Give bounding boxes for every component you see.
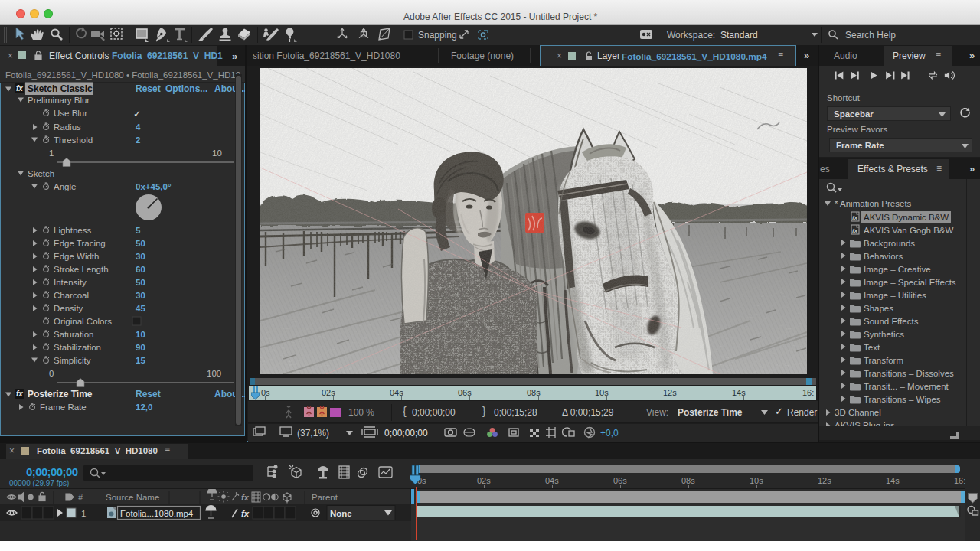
svg-text:10: 10 xyxy=(136,330,145,339)
svg-text:50: 50 xyxy=(136,278,145,287)
svg-text:Image – Special Effects: Image – Special Effects xyxy=(864,278,956,287)
svg-text:Simplicity: Simplicity xyxy=(54,356,91,365)
svg-text:45: 45 xyxy=(136,304,145,313)
svg-text:Sketch Classic: Sketch Classic xyxy=(28,83,93,94)
svg-text:5: 5 xyxy=(136,226,141,235)
svg-text:Transit... – Movement: Transit... – Movement xyxy=(864,382,949,391)
svg-text:Original Colors: Original Colors xyxy=(54,317,112,326)
svg-text:100: 100 xyxy=(207,369,221,378)
svg-text:Source Name: Source Name xyxy=(106,493,159,502)
svg-text:15: 15 xyxy=(136,356,145,365)
svg-text:fx: fx xyxy=(241,509,250,518)
svg-text:0: 0 xyxy=(49,369,54,378)
svg-text:4: 4 xyxy=(136,122,141,132)
svg-text:Behaviors: Behaviors xyxy=(864,252,903,261)
svg-text:Sketch: Sketch xyxy=(28,169,54,178)
svg-text:Threshold: Threshold xyxy=(54,135,93,145)
svg-text:Charcoal: Charcoal xyxy=(54,291,89,300)
svg-text:Snapping: Snapping xyxy=(418,30,457,41)
svg-text:Edge Width: Edge Width xyxy=(54,252,99,261)
svg-text:50: 50 xyxy=(136,239,145,248)
svg-text:Fotolia...1080.mp4: Fotolia...1080.mp4 xyxy=(120,509,194,518)
svg-text:Parent: Parent xyxy=(312,493,338,502)
svg-text:30: 30 xyxy=(136,291,145,300)
svg-text:AKVIS Van Gogh B&W: AKVIS Van Gogh B&W xyxy=(864,226,954,235)
svg-text:Transform: Transform xyxy=(864,356,903,365)
svg-text:Radius: Radius xyxy=(54,122,81,132)
svg-text:AKVIS Dynamic B&W: AKVIS Dynamic B&W xyxy=(864,213,949,222)
svg-text:Angle: Angle xyxy=(54,182,76,191)
svg-text:Reset: Reset xyxy=(136,389,161,399)
svg-text:Backgrounds: Backgrounds xyxy=(864,239,915,248)
svg-text:Effect Controls: Effect Controls xyxy=(49,51,109,61)
svg-text:Transitions – Wipes: Transitions – Wipes xyxy=(864,395,941,404)
svg-text:* Animation Presets: * Animation Presets xyxy=(835,199,912,208)
svg-text:Edge Tracing: Edge Tracing xyxy=(54,239,106,248)
svg-text:Transitions – Dissolves: Transitions – Dissolves xyxy=(864,369,954,378)
svg-text:fx: fx xyxy=(16,390,23,398)
svg-text:Density: Density xyxy=(54,304,83,313)
svg-text:Lightness: Lightness xyxy=(54,226,91,235)
svg-text:✓: ✓ xyxy=(133,109,141,119)
svg-text:1: 1 xyxy=(49,148,54,158)
svg-text:Use Blur: Use Blur xyxy=(54,109,87,118)
svg-text:30: 30 xyxy=(136,252,145,261)
svg-text:3D Channel: 3D Channel xyxy=(835,408,881,417)
svg-text:Text: Text xyxy=(864,343,880,352)
svg-text:Intensity: Intensity xyxy=(54,278,87,287)
svg-text:12,0: 12,0 xyxy=(136,403,152,412)
svg-text:×: × xyxy=(8,51,13,61)
svg-text:Reset: Reset xyxy=(136,83,161,94)
svg-text:1: 1 xyxy=(81,509,86,518)
svg-text:Fotolia_69218561_V_HD1080 • Fo: Fotolia_69218561_V_HD1080 • Fotolia_6921… xyxy=(5,70,240,80)
svg-text:Search Help: Search Help xyxy=(845,30,896,41)
svg-text:Image – Utilities: Image – Utilities xyxy=(864,291,926,300)
svg-text:Shapes: Shapes xyxy=(864,304,893,313)
svg-text:Synthetics: Synthetics xyxy=(864,330,904,339)
svg-text:Workspace:: Workspace: xyxy=(667,30,715,41)
svg-text:Posterize Time: Posterize Time xyxy=(28,389,93,399)
svg-text:90: 90 xyxy=(136,343,145,352)
svg-text:60: 60 xyxy=(136,265,145,274)
svg-text:Standard: Standard xyxy=(720,30,758,41)
svg-text:10: 10 xyxy=(212,148,222,158)
svg-text:Options...: Options... xyxy=(165,83,207,94)
svg-text:2: 2 xyxy=(136,135,140,145)
svg-text:0x+45,0°: 0x+45,0° xyxy=(136,182,172,191)
svg-text:fx: fx xyxy=(16,84,23,93)
svg-text:AKVIS Plug-ins: AKVIS Plug-ins xyxy=(835,421,895,426)
svg-text:Stroke Length: Stroke Length xyxy=(54,265,109,274)
svg-text:Preliminary Blur: Preliminary Blur xyxy=(28,96,90,105)
svg-text:Saturation: Saturation xyxy=(54,330,93,339)
svg-text:Frame Rate: Frame Rate xyxy=(40,403,87,412)
svg-text:Stabilization: Stabilization xyxy=(54,343,101,352)
svg-text:Image – Creative: Image – Creative xyxy=(864,265,931,274)
svg-text:None: None xyxy=(330,509,352,518)
svg-text:Fotolia_69218561_V_HD1: Fotolia_69218561_V_HD1 xyxy=(112,51,223,61)
svg-text:fx: fx xyxy=(241,493,250,502)
svg-text:Sound Effects: Sound Effects xyxy=(864,317,919,326)
svg-text:»: » xyxy=(232,51,237,62)
svg-text:#: # xyxy=(78,493,83,502)
